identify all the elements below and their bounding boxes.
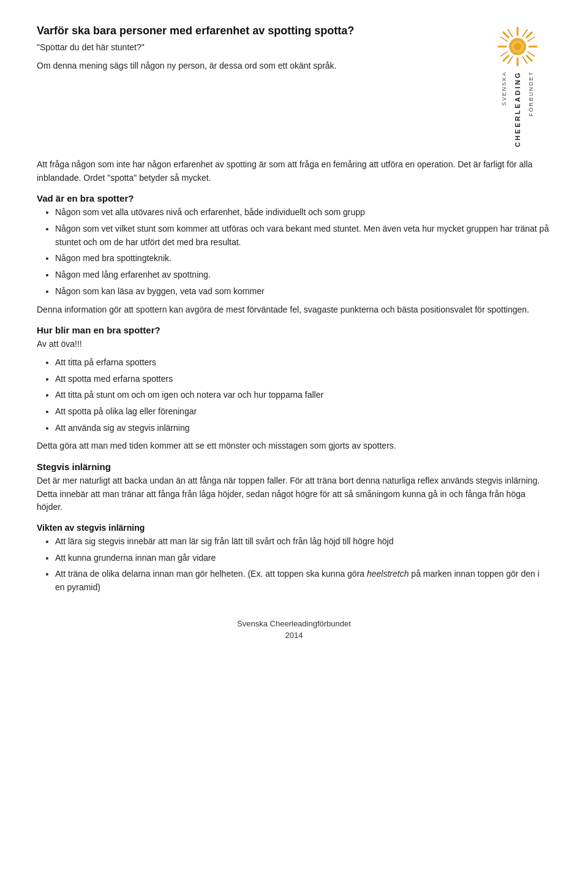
vad-section: Vad är en bra spotter? Någon som vet all… bbox=[37, 193, 551, 316]
logo-emblem bbox=[496, 25, 540, 69]
italic-heelstretch: heelstretch bbox=[367, 569, 409, 579]
list-item: Någon som vet vilket stunt som kommer at… bbox=[55, 222, 551, 249]
logo-forbundet: FÖRBUNDET bbox=[528, 71, 534, 116]
list-item: Att titta på erfarna spotters bbox=[55, 356, 551, 370]
list-item: Att titta på stunt om och om igen och no… bbox=[55, 389, 551, 402]
list-item: Att spotta på olika lag eller föreningar bbox=[55, 405, 551, 419]
page-title: Varför ska bara personer med erfarenhet … bbox=[37, 25, 472, 37]
logo-cheerleading: CHEERLEADING bbox=[514, 71, 521, 147]
hur-subtitle: Av att öva!!! bbox=[37, 338, 551, 351]
intro-section: Att fråga någon som inte har någon erfar… bbox=[37, 158, 551, 184]
list-item: Någon som kan läsa av byggen, veta vad s… bbox=[55, 285, 551, 298]
svg-line-15 bbox=[527, 37, 535, 42]
logo-svenska: SVENSKA bbox=[501, 71, 507, 106]
logo-text-block: SVENSKA CHEERLEADING FÖRBUNDET bbox=[501, 71, 534, 147]
svg-line-5 bbox=[503, 32, 509, 38]
svg-line-13 bbox=[527, 51, 535, 56]
svg-line-8 bbox=[503, 55, 509, 61]
svg-line-17 bbox=[522, 56, 527, 64]
intro-q2: Om denna mening sägs till någon ny perso… bbox=[37, 59, 472, 73]
steg-title: Stegvis inlärning bbox=[37, 462, 551, 472]
header-area: Varför ska bara personer med erfarenhet … bbox=[37, 25, 551, 147]
vikt-section: Vikten av stegvis inlärning Att lära sig… bbox=[37, 523, 551, 595]
svg-line-12 bbox=[500, 51, 508, 56]
svg-line-16 bbox=[508, 56, 513, 64]
steg-p1: Det är mer naturligt att backa undan än … bbox=[37, 474, 551, 514]
svg-line-14 bbox=[500, 37, 508, 42]
svg-line-11 bbox=[522, 29, 527, 37]
list-item: Att träna de olika delarna innan man gör… bbox=[55, 568, 551, 594]
list-item: Att lära sig stegvis innebär att man lär… bbox=[55, 535, 551, 549]
vikt-title: Vikten av stegvis inlärning bbox=[37, 523, 551, 533]
hur-section: Hur blir man en bra spotter? Av att öva!… bbox=[37, 325, 551, 453]
list-item: Någon med lång erfarenhet av spottning. bbox=[55, 268, 551, 282]
hur-summary: Detta göra att man med tiden kommer att … bbox=[37, 439, 551, 453]
list-item: Någon som vet alla utövares nivå och erf… bbox=[55, 206, 551, 219]
svg-line-10 bbox=[508, 29, 513, 37]
svg-line-6 bbox=[526, 55, 532, 61]
footer-org: Svenska Cheerleadingförbundet bbox=[37, 619, 551, 628]
logo-area: SVENSKA CHEERLEADING FÖRBUNDET bbox=[484, 25, 551, 147]
steg-section: Stegvis inlärning Det är mer naturligt a… bbox=[37, 462, 551, 514]
intro-p1: Att fråga någon som inte har någon erfar… bbox=[37, 158, 551, 184]
list-item: Att kunna grunderna innan man går vidare bbox=[55, 552, 551, 565]
hur-bullets-list: Att titta på erfarna spotters Att spotta… bbox=[55, 356, 551, 435]
list-item: Att använda sig av stegvis inlärning bbox=[55, 422, 551, 435]
footer: Svenska Cheerleadingförbundet 2014 bbox=[37, 619, 551, 640]
intro-q1: "Spottar du det här stuntet?" bbox=[37, 41, 472, 55]
footer-year: 2014 bbox=[37, 631, 551, 640]
hur-title: Hur blir man en bra spotter? bbox=[37, 325, 551, 335]
page: Varför ska bara personer med erfarenhet … bbox=[0, 0, 588, 893]
svg-point-19 bbox=[514, 43, 521, 50]
list-item: Någon med bra spottingteknik. bbox=[55, 252, 551, 265]
vad-bullets-list: Någon som vet alla utövares nivå och erf… bbox=[55, 206, 551, 298]
header-text: Varför ska bara personer med erfarenhet … bbox=[37, 25, 484, 77]
vikt-bullets-list: Att lära sig stegvis innebär att man lär… bbox=[55, 535, 551, 595]
vad-summary: Denna information gör att spottern kan a… bbox=[37, 303, 551, 317]
list-item: Att spotta med erfarna spotters bbox=[55, 373, 551, 386]
svg-line-7 bbox=[526, 32, 532, 38]
vad-title: Vad är en bra spotter? bbox=[37, 193, 551, 203]
